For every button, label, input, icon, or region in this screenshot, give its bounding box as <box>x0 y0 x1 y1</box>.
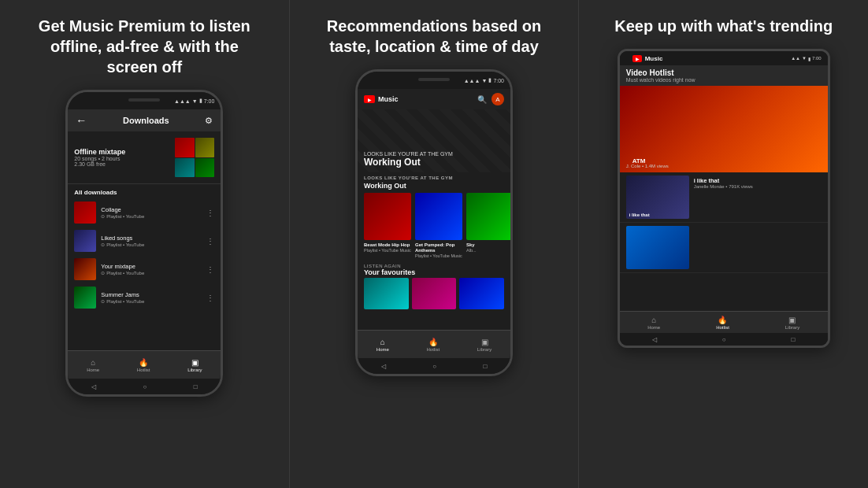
phone-recommendations: ▲▲▲ ▼ ▮ 7:00 Music 🔍 A <box>355 69 513 376</box>
youtube-logo-icon <box>364 95 375 103</box>
phone-screen-offline: ← Downloads ⚙ Offline mixtape 20 songs •… <box>68 109 221 379</box>
tablet-yt-logo <box>632 55 642 62</box>
more-icon-collage[interactable]: ⋮ <box>206 209 214 217</box>
panel-offline: Get Music Premium to listen offline, ad-… <box>0 0 290 488</box>
home-label-rec: Home <box>377 347 389 352</box>
panel-trending-title: Keep up with what's trending <box>614 16 833 36</box>
download-item-collage[interactable]: Collage ⊙ Playlist • YouTube ⋮ <box>68 198 221 227</box>
time-display-rec: 7:00 <box>493 78 504 83</box>
offline-mixtape-section[interactable]: Offline mixtape 20 songs • 2 hours 2.30 … <box>68 131 221 184</box>
tablet-nav-library[interactable]: ▣ Library <box>785 316 799 330</box>
download-item-liked[interactable]: Liked songs ⊙ Playlist • YouTube ⋮ <box>68 227 221 255</box>
tablet-top-bar: Music ▲▲ ▼ ▮ 7:00 <box>620 51 828 65</box>
sky-title: Sky <box>466 242 510 248</box>
tablet-battery: ▮ <box>808 56 811 61</box>
download-name-liked: Liked songs <box>101 235 202 242</box>
recents-android[interactable]: □ <box>194 383 198 390</box>
hero-banner[interactable]: Looks like you're at the gym Working Out <box>358 109 510 172</box>
more-icon-mixtape[interactable]: ⋮ <box>206 265 214 274</box>
status-icons-rec: ▲▲▲ ▼ ▮ 7:00 <box>464 77 504 83</box>
download-item-summer[interactable]: Summer Jams ⊙ Playlist • YouTube ⋮ <box>68 283 221 312</box>
download-item-mixtape[interactable]: Your mixtape ⊙ Playlist • YouTube ⋮ <box>68 255 221 283</box>
tablet-hotlist-icon: 🔥 <box>718 316 727 324</box>
download-meta-collage: ⊙ Playlist • YouTube <box>101 213 202 219</box>
phone-offline: ▲▲▲ ▼ ▮ 7:00 ← Downloads ⚙ Offline mixta… <box>65 90 223 397</box>
speaker <box>128 98 160 102</box>
more-icon-liked[interactable]: ⋮ <box>206 237 214 246</box>
hero-context: Looks like you're at the gym <box>364 151 453 157</box>
yt-music-header: Music 🔍 A <box>358 89 510 109</box>
nav-hotlist-offline[interactable]: 🔥 Hotlist <box>137 358 150 372</box>
nav-home-offline[interactable]: ⌂ Home <box>87 358 99 372</box>
back-button[interactable]: ← <box>76 114 87 127</box>
working-out-label: Working Out <box>358 182 510 193</box>
liked-thumb <box>74 230 96 252</box>
time-display: 7:00 <box>204 98 215 104</box>
back-android[interactable]: ◁ <box>91 383 96 390</box>
ilike-info: i like that Janelle Monáe • 791K views <box>694 176 822 219</box>
home-android[interactable]: ○ <box>143 383 147 390</box>
user-avatar[interactable]: A <box>491 93 504 105</box>
pumped-title: Get Pumped: Pop Anthems <box>415 242 462 253</box>
music-card-sky[interactable]: Sky Alb... <box>466 193 510 258</box>
pumped-thumb <box>415 193 462 240</box>
hero-video-atm[interactable]: ATM J. Cole • 1.4M views <box>620 86 828 172</box>
wifi-icon-rec: ▼ <box>481 78 487 83</box>
download-info-mixtape: Your mixtape ⊙ Playlist • YouTube <box>101 263 202 275</box>
fav-thumb-1[interactable] <box>364 278 409 309</box>
speaker-rec <box>418 78 450 81</box>
bottom-nav-rec: ⌂ Home 🔥 Hotlist ▣ Library <box>358 330 510 358</box>
favourites-row <box>358 278 510 309</box>
nav-hotlist-rec[interactable]: 🔥 Hotlist <box>427 338 440 352</box>
thumb-3 <box>175 158 195 178</box>
music-cards-row: Beast Mode Hip Hop Playlist • YouTube Mu… <box>358 193 510 262</box>
collage-thumb <box>74 201 96 224</box>
back-android-rec[interactable]: ◁ <box>381 363 386 370</box>
settings-icon[interactable]: ⚙ <box>205 116 213 126</box>
nav-library-rec[interactable]: ▣ Library <box>477 338 491 352</box>
tablet-back[interactable]: ◁ <box>652 336 657 343</box>
tablet-home[interactable]: ○ <box>722 336 726 343</box>
tablet-nav-hotlist[interactable]: 🔥 Hotlist <box>716 316 729 330</box>
panel-recommendations: Recommendations based on taste, location… <box>290 0 580 488</box>
hotlist-label-rec: Hotlist <box>427 347 440 352</box>
recents-android-rec[interactable]: □ <box>483 363 487 370</box>
offline-info: Offline mixtape 20 songs • 2 hours 2.30 … <box>74 148 170 167</box>
video-item-ilike[interactable]: i like that i like that Janelle Monáe • … <box>620 172 828 223</box>
listen-again-section: LISTEN AGAIN Your favourites <box>358 262 510 278</box>
home-android-rec[interactable]: ○ <box>432 363 436 370</box>
fav-thumb-3[interactable] <box>459 278 504 309</box>
video-list: i like that i like that Janelle Monáe • … <box>620 172 828 311</box>
tablet-bottom-nav: ⌂ Home 🔥 Hotlist ▣ Library <box>620 311 828 333</box>
more-icon-summer[interactable]: ⋮ <box>206 294 214 302</box>
download-meta-mixtape: ⊙ Playlist • YouTube <box>101 270 202 275</box>
hotlist-label: Hotlist <box>137 368 150 372</box>
music-card-beast[interactable]: Beast Mode Hip Hop Playlist • YouTube Mu… <box>364 193 411 258</box>
nav-library-offline[interactable]: ▣ Library <box>187 358 202 372</box>
phone-top-bar-rec: ▲▲▲ ▼ ▮ 7:00 <box>358 72 510 89</box>
wifi-icon: ▼ <box>192 98 198 104</box>
tablet-recents[interactable]: □ <box>791 336 795 343</box>
video-item-trending[interactable] <box>620 223 828 273</box>
fav-thumb-2[interactable] <box>412 278 457 309</box>
thumb-1 <box>175 138 195 157</box>
tablet-header-logo: Music <box>626 55 791 62</box>
ilike-meta: Janelle Monáe • 791K views <box>694 184 822 189</box>
hotlist-icon-rec: 🔥 <box>428 338 438 346</box>
ilike-title: i like that <box>694 177 822 184</box>
offline-storage: 2.30 GB free <box>74 161 170 167</box>
all-downloads-label: All downloads <box>68 184 221 198</box>
panel-offline-title: Get Music Premium to listen offline, ad-… <box>34 16 254 77</box>
offline-title: Offline mixtape <box>74 148 170 156</box>
search-icon[interactable]: 🔍 <box>477 95 487 104</box>
tablet-home-label: Home <box>647 325 660 330</box>
download-name-collage: Collage <box>101 206 202 213</box>
phone-top-bar-offline: ▲▲▲ ▼ ▮ 7:00 <box>68 92 221 109</box>
tablet-nav-home[interactable]: ⌂ Home <box>647 316 660 330</box>
tablet-hotlist-label: Hotlist <box>716 325 729 330</box>
trending-info <box>694 226 822 269</box>
nav-home-rec[interactable]: ⌂ Home <box>377 338 389 352</box>
tablet-hotlist-header: Video Hotlist Must watch videos right no… <box>620 65 828 86</box>
music-card-pumped[interactable]: Get Pumped: Pop Anthems Playlist • YouTu… <box>415 193 462 258</box>
thumb-2 <box>195 138 215 157</box>
